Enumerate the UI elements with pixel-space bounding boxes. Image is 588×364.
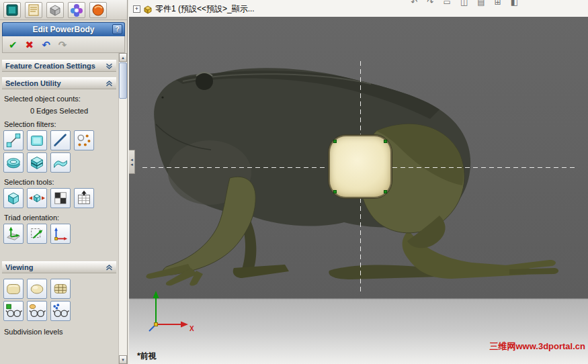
control-vertex[interactable] bbox=[333, 140, 337, 143]
selected-counts-label: Selected object counts: bbox=[4, 95, 114, 103]
selection-filters-row-2 bbox=[3, 152, 115, 173]
panel-scrollbar[interactable]: ▲ ▼ bbox=[118, 53, 127, 364]
toggle-mesh-button[interactable] bbox=[3, 301, 24, 321]
viewport-3d[interactable]: X *前視 三维网www.3dportal.cn bbox=[129, 17, 588, 364]
notes-tab[interactable] bbox=[25, 2, 42, 18]
render-tab[interactable] bbox=[89, 2, 107, 18]
control-vertex[interactable] bbox=[384, 140, 387, 143]
selection-tools-row bbox=[3, 188, 115, 208]
collapse-left-icon: ◄ bbox=[130, 158, 134, 162]
loop-ring-select-icon bbox=[5, 154, 22, 171]
collapse-left-icon: ◄ bbox=[130, 163, 134, 167]
toggle-surface-button[interactable] bbox=[27, 301, 47, 321]
tree-node-label: 零件1 (預設<<預設>_顯示... bbox=[155, 3, 255, 15]
cancel-button[interactable]: ✖ bbox=[26, 40, 34, 50]
edge-filter-icon bbox=[52, 132, 69, 149]
section-header-selection-utility[interactable]: Selection Utility bbox=[2, 77, 116, 89]
ok-button[interactable]: ✔ bbox=[9, 40, 17, 50]
part-icon bbox=[143, 5, 153, 14]
triad-x-label: X bbox=[190, 325, 194, 332]
graphics-area: + 零件1 (預設<<預設>_顯示... ↶ ↷ ▭ ◫ ▤ ⊞ ◧ bbox=[128, 0, 588, 364]
pattern-select-icon bbox=[75, 189, 93, 207]
pattern-select-button[interactable] bbox=[74, 188, 94, 208]
loop-box-select-button[interactable] bbox=[27, 152, 47, 173]
tree-expand-icon[interactable]: + bbox=[133, 5, 140, 13]
orientation-triad: X bbox=[144, 289, 196, 338]
align-to-world-button[interactable] bbox=[50, 224, 71, 244]
panel-title-bar: Edit PowerBody ? bbox=[2, 22, 125, 36]
volume-select-button[interactable] bbox=[3, 188, 24, 208]
toggle-points-icon bbox=[52, 302, 69, 320]
chevron-up-icon bbox=[106, 265, 113, 271]
model-tab[interactable] bbox=[46, 2, 64, 18]
app-window: Edit PowerBody ? ✔ ✖ ↶ ↷ Feature Creatio… bbox=[0, 0, 588, 364]
document-toolbar-icon-window[interactable]: ◧ bbox=[511, 0, 518, 7]
undo-button[interactable]: ↶ bbox=[42, 40, 50, 50]
toggle-surface-icon bbox=[28, 302, 46, 320]
section-label: Selection Utility bbox=[5, 79, 61, 87]
loop-ring-select-button[interactable] bbox=[3, 152, 24, 173]
section-label: Feature Creation Settings bbox=[5, 62, 95, 70]
align-to-view-button[interactable] bbox=[27, 224, 47, 244]
panel-title: Edit PowerBody bbox=[32, 25, 94, 34]
document-toolbar-icon-grid[interactable]: ⊞ bbox=[495, 0, 501, 7]
loop-band-select-icon bbox=[52, 154, 69, 171]
property-manager-panel: Edit PowerBody ? ✔ ✖ ↶ ↷ Feature Creatio… bbox=[0, 0, 128, 364]
loop-box-select-icon bbox=[28, 154, 46, 171]
smooth-view-icon bbox=[5, 280, 22, 298]
document-toolbar-icon-undo[interactable]: ↶ bbox=[411, 0, 417, 7]
scrollbar-thumb[interactable] bbox=[119, 62, 127, 99]
align-to-world-icon bbox=[52, 225, 69, 242]
watermark-text: 三维网www.3dportal.cn bbox=[489, 340, 585, 353]
smooth-only-view-icon bbox=[28, 280, 46, 298]
toggle-points-button[interactable] bbox=[50, 301, 71, 321]
checker-select-icon bbox=[52, 189, 69, 207]
vertex-filter-button[interactable] bbox=[3, 130, 24, 150]
panel-collapse-handle[interactable]: ◄ ◄ bbox=[129, 150, 135, 174]
control-vertex[interactable] bbox=[384, 190, 387, 193]
document-toolbar: ↶ ↷ ▭ ◫ ▤ ⊞ ◧ bbox=[411, 0, 518, 7]
face-filter-icon bbox=[28, 132, 46, 149]
section-header-feature-creation-settings[interactable]: Feature Creation Settings bbox=[2, 60, 116, 72]
point-filter-icon bbox=[75, 132, 93, 149]
scroll-down-button[interactable]: ▼ bbox=[119, 355, 127, 364]
document-top-strip: + 零件1 (預設<<預設>_顯示... ↶ ↷ ▭ ◫ ▤ ⊞ ◧ bbox=[129, 0, 588, 17]
power-surfacing-tab[interactable] bbox=[68, 2, 85, 18]
panel-action-bar: ✔ ✖ ↶ ↷ bbox=[2, 36, 125, 53]
selected-face[interactable] bbox=[329, 135, 392, 198]
document-toolbar-icon-sheet[interactable]: ▭ bbox=[444, 0, 451, 7]
document-toolbar-icon-redo[interactable]: ↷ bbox=[427, 0, 434, 7]
smooth-view-button[interactable] bbox=[3, 279, 24, 299]
redo-button[interactable]: ↷ bbox=[58, 40, 67, 50]
power-surfacing-tab-icon bbox=[69, 3, 84, 17]
powerbody-tab[interactable] bbox=[3, 2, 21, 18]
powerbody-tab-icon bbox=[5, 3, 19, 17]
smooth-only-view-button[interactable] bbox=[27, 279, 47, 299]
toggle-mesh-icon bbox=[5, 302, 22, 320]
scroll-up-button[interactable]: ▲ bbox=[119, 53, 127, 62]
section-header-viewing[interactable]: Viewing bbox=[2, 261, 116, 273]
document-toolbar-icon-panes[interactable]: ◫ bbox=[460, 0, 468, 7]
viewing-row-1 bbox=[3, 279, 115, 299]
grow-selection-button[interactable] bbox=[27, 188, 47, 208]
panel-tab-bar bbox=[0, 0, 127, 20]
loop-band-select-button[interactable] bbox=[50, 152, 71, 173]
face-filter-button[interactable] bbox=[27, 130, 47, 150]
selection-filters-row-1 bbox=[3, 130, 115, 150]
chevron-down-icon bbox=[106, 63, 113, 69]
triad-orientation-label: Triad orientation: bbox=[4, 214, 114, 222]
document-toolbar-icon-list[interactable]: ▤ bbox=[477, 0, 485, 7]
feature-tree-node[interactable]: + 零件1 (預設<<預設>_顯示... bbox=[133, 3, 272, 17]
grow-selection-icon bbox=[28, 189, 46, 207]
cage-view-button[interactable] bbox=[50, 279, 71, 299]
checker-select-button[interactable] bbox=[50, 188, 71, 208]
triad-orientation-row bbox=[3, 224, 115, 244]
help-button[interactable]: ? bbox=[112, 24, 122, 34]
edge-filter-button[interactable] bbox=[50, 130, 71, 150]
point-filter-button[interactable] bbox=[74, 130, 94, 150]
viewing-row-2 bbox=[3, 301, 115, 321]
control-vertex[interactable] bbox=[333, 190, 337, 193]
section-label: Viewing bbox=[5, 263, 33, 271]
selected-counts-value: 0 Edges Selected bbox=[4, 107, 114, 115]
align-to-plane-button[interactable] bbox=[3, 224, 24, 244]
